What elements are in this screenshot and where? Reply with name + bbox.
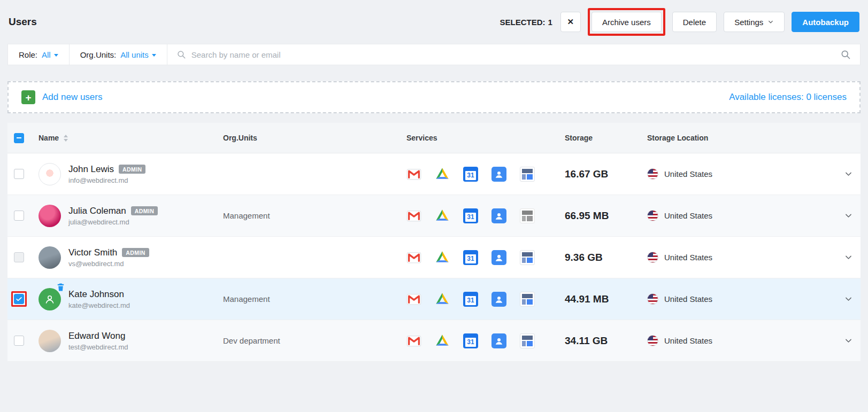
storage-cell: 66.95 MB <box>559 210 642 222</box>
location-label: United States <box>664 294 712 304</box>
us-flag-icon <box>647 335 658 346</box>
contacts-icon <box>491 292 506 307</box>
search-icon <box>176 50 186 59</box>
row-checkbox[interactable] <box>14 252 24 262</box>
users-table: Name Org.Units Services Storage Storage … <box>7 123 861 362</box>
user-email: kate@webdirect.md <box>68 301 130 309</box>
chevron-down-icon <box>767 19 774 25</box>
storage-cell: 34.11 GB <box>559 335 642 347</box>
selected-value: 1 <box>548 18 552 27</box>
storage-location-cell: United States <box>642 168 831 180</box>
annotation-box-archive: Archive users <box>588 8 665 36</box>
sites-icon <box>520 292 535 307</box>
row-checkbox[interactable] <box>14 169 24 179</box>
avatar <box>39 330 61 352</box>
toolbar-actions: SELECTED: 1 ✕ Archive users Delete Setti… <box>500 8 859 36</box>
row-expand-chevron[interactable] <box>831 336 861 345</box>
user-name: Victor Smith <box>68 247 117 258</box>
user-name: Kate Johnson <box>68 289 124 300</box>
table-row: Kate Johnson kate@webdirect.md Managemen… <box>7 278 861 320</box>
drive-icon <box>435 292 450 307</box>
autobackup-button[interactable]: Autobackup <box>792 12 859 32</box>
archive-users-button[interactable]: Archive users <box>592 12 662 32</box>
person-icon <box>43 293 56 306</box>
role-filter[interactable]: Role: All <box>8 44 70 65</box>
role-value: All <box>42 50 51 59</box>
org-units-filter[interactable]: Org.Units: All units <box>70 44 167 65</box>
user-name: Julia Coleman <box>68 206 126 216</box>
search-icon[interactable] <box>840 49 851 60</box>
add-users-label: Add new users <box>42 92 102 103</box>
selected-label: SELECTED: <box>500 18 546 27</box>
location-label: United States <box>664 253 712 262</box>
gmail-icon <box>406 292 421 307</box>
col-storage-location: Storage Location <box>642 134 831 142</box>
us-flag-icon <box>647 293 658 305</box>
table-row: Julia Coleman ADMIN julia@webdirect.md M… <box>7 195 861 237</box>
org-units-cell: Management <box>218 294 401 304</box>
annotation-box-checkbox <box>11 291 27 307</box>
row-checkbox[interactable] <box>14 294 24 304</box>
services-cell: 31 <box>401 167 559 182</box>
filter-bar: Role: All Org.Units: All units <box>7 44 861 65</box>
user-email: info@webdirect.md <box>68 176 145 184</box>
row-expand-chevron[interactable] <box>831 294 861 304</box>
storage-location-cell: United States <box>642 252 831 263</box>
avatar <box>39 246 61 269</box>
calendar-icon: 31 <box>463 292 478 307</box>
user-email: test@webdirect.md <box>68 343 128 351</box>
search-input[interactable] <box>191 50 835 59</box>
services-cell: 31 <box>401 292 559 307</box>
trash-icon <box>56 283 65 292</box>
storage-cell: 44.91 MB <box>559 293 642 305</box>
gmail-icon <box>406 333 421 348</box>
calendar-icon: 31 <box>463 250 478 265</box>
select-all-checkbox[interactable] <box>14 133 24 143</box>
row-expand-chevron[interactable] <box>831 169 861 178</box>
sort-toggle[interactable] <box>64 135 68 142</box>
user-name: John Lewis <box>68 164 114 175</box>
available-licenses-link[interactable]: Available licenses: 0 licenses <box>729 92 847 103</box>
storage-location-cell: United States <box>642 293 831 305</box>
org-units-cell: Dev department <box>218 336 401 345</box>
row-expand-chevron[interactable] <box>831 211 861 220</box>
storage-cell: 9.36 GB <box>559 252 642 263</box>
row-expand-chevron[interactable] <box>831 253 861 262</box>
org-units-label: Org.Units: <box>80 50 117 59</box>
chevron-down-icon <box>844 336 853 345</box>
chevron-down-icon <box>844 211 853 220</box>
settings-button[interactable]: Settings <box>724 12 785 32</box>
services-cell: 31 <box>401 333 559 348</box>
user-email: julia@webdirect.md <box>68 218 158 226</box>
table-row: John Lewis ADMIN info@webdirect.md 31 16… <box>7 153 861 195</box>
col-name: Name <box>39 134 59 142</box>
avatar <box>39 288 61 310</box>
contacts-icon <box>491 250 506 265</box>
chevron-down-icon <box>844 294 853 304</box>
sites-icon <box>520 333 535 348</box>
col-org-units: Org.Units <box>218 134 401 142</box>
row-checkbox[interactable] <box>14 211 24 221</box>
us-flag-icon <box>647 252 658 263</box>
sites-icon <box>520 208 535 223</box>
clear-selection-button[interactable]: ✕ <box>560 12 581 32</box>
plus-icon: + <box>21 90 35 104</box>
gmail-icon <box>406 250 421 265</box>
services-cell: 31 <box>401 208 559 223</box>
table-header: Name Org.Units Services Storage Storage … <box>7 123 861 153</box>
calendar-icon: 31 <box>463 167 478 182</box>
drive-icon <box>435 208 450 223</box>
selected-count: SELECTED: 1 <box>500 18 552 27</box>
admin-badge: ADMIN <box>122 248 149 257</box>
col-services: Services <box>401 134 559 142</box>
add-new-users-button[interactable]: + Add new users <box>21 90 102 104</box>
table-row: Victor Smith ADMIN vs@webdirect.md 31 9.… <box>7 237 861 278</box>
us-flag-icon <box>647 210 658 221</box>
org-units-cell: Management <box>218 211 401 220</box>
row-checkbox[interactable] <box>14 336 24 346</box>
storage-location-cell: United States <box>642 210 831 221</box>
delete-button[interactable]: Delete <box>672 12 717 32</box>
admin-badge: ADMIN <box>131 206 158 215</box>
contacts-icon <box>491 167 506 182</box>
caret-down-icon <box>54 54 58 57</box>
